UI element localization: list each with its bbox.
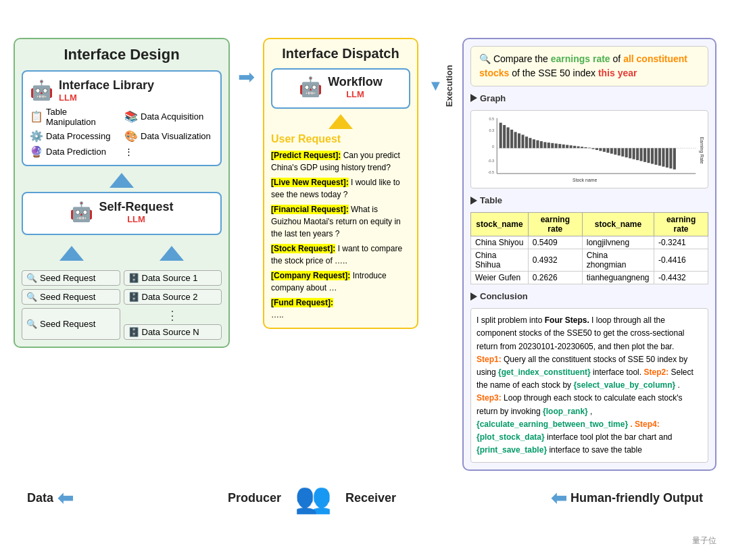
data-source-1: 🗄️ Data Source 1	[124, 270, 222, 286]
self-request-title: Self-Request	[99, 200, 173, 214]
conc-step2-code: {select_value_by_column}	[573, 380, 675, 390]
arrow-left	[59, 246, 84, 261]
cell-2-4: -0.4416	[654, 249, 708, 272]
x-axis-label: Stock name	[573, 178, 597, 182]
left-arrow-icon: ⬅	[57, 487, 73, 509]
conc-step4-code: {plot_stock_data}	[477, 432, 545, 442]
table-row-2: China Shihua 0.4932 China zhongmian -0.4…	[471, 249, 708, 272]
svg-rect-46	[658, 148, 661, 166]
cell-1-1: China Shiyou	[471, 236, 529, 249]
left-to-middle-arrow: ➡	[238, 65, 255, 88]
svg-rect-34	[614, 148, 616, 155]
svg-rect-36	[621, 148, 624, 156]
table-row-1: China Shiyou 0.5409 longjilvneng -0.3241	[471, 236, 708, 249]
execution-connector: Execution ▼	[427, 65, 454, 107]
data-source-2: 🗄️ Data Source 2	[124, 289, 222, 305]
query-prefix: Compare the	[493, 53, 551, 64]
db-icon-2: 🗄️	[128, 292, 139, 302]
producer-label: Producer	[228, 491, 281, 505]
table-row-3: Weier Gufen 0.2626 tianheguangneng -0.44…	[471, 272, 708, 284]
request-live: [Live New Request]: I would like to see …	[271, 176, 410, 201]
ellipsis-text: …..	[271, 309, 410, 321]
self-robot-icon: 🤖	[70, 201, 93, 223]
people-section: Producer 👥 Receiver	[228, 480, 396, 515]
svg-rect-45	[654, 148, 657, 165]
feature-more: ⋮	[124, 145, 214, 158]
svg-rect-37	[625, 148, 628, 157]
search-icon-query: 🔍	[479, 53, 493, 64]
svg-rect-35	[618, 148, 620, 155]
down-arrow: ▼	[427, 77, 444, 94]
financial-tag: [Financial Request]:	[271, 205, 349, 214]
cell-3-2: 0.2626	[528, 272, 582, 284]
request-company: [Company Request]: Introduce company abo…	[271, 270, 410, 294]
query-year: this year	[598, 68, 637, 78]
conc-step2-end: .	[678, 380, 680, 390]
svg-rect-4	[503, 125, 506, 148]
svg-rect-22	[570, 145, 573, 148]
right-panel: 🔍 Compare the earnings rate of all const…	[462, 38, 716, 472]
people-icon: 👥	[295, 480, 332, 515]
self-request-header: 🤖 Self-Request LLM	[30, 200, 214, 224]
conc-step3b-code: {calculate_earning_between_two_time}	[477, 419, 628, 429]
svg-rect-49	[669, 148, 672, 168]
feature-acquisition-label: Data Acquisition	[141, 111, 203, 122]
conc-step1-label: Step1:	[477, 355, 502, 364]
conc-step3-code: {loop_rank}	[543, 407, 588, 416]
execution-text: Execution	[444, 65, 454, 107]
feature-processing-label: Data Processing	[46, 131, 110, 141]
y-axis-label: Earning Rate	[699, 136, 704, 163]
execution-label: Execution ▼	[427, 65, 454, 107]
fund-tag: [Fund Request]:	[271, 298, 333, 307]
watermark: 量子位	[692, 535, 716, 546]
search-icon-3: 🔍	[26, 319, 37, 329]
svg-rect-48	[666, 148, 668, 168]
middle-panel: Interface Dispatch 🤖 Workflow LLM User R…	[263, 38, 418, 329]
svg-rect-7	[514, 132, 517, 148]
svg-text:-0.5: -0.5	[488, 170, 494, 174]
conc-step4b-code: {print_save_table}	[477, 445, 547, 455]
arrow-right	[160, 246, 184, 261]
conc-step4-mid: interface tool plot the bar chart and	[547, 432, 672, 442]
svg-text:0: 0	[492, 145, 494, 149]
arrow-up-library	[110, 173, 134, 188]
svg-rect-14	[540, 141, 543, 148]
feature-processing: ⚙️ Data Processing	[30, 130, 119, 143]
bottom-row: Data ⬅ Producer 👥 Receiver ⬅ Human-frien…	[14, 474, 716, 522]
cell-1-4: -0.3241	[654, 236, 708, 249]
svg-rect-9	[521, 134, 524, 148]
feature-table: 📋 Table Manipulation	[30, 107, 119, 127]
svg-rect-29	[595, 148, 598, 150]
chart-svg: Earning Rate Stock name bars data	[474, 113, 705, 183]
datasource-label-2: Data Source 2	[142, 292, 198, 302]
datasource-label-n: Data Source N	[142, 327, 199, 337]
svg-rect-28	[591, 148, 594, 149]
feature-table-label: Table Manipulation	[46, 107, 119, 127]
col-earning-rate-1: earning rate	[528, 213, 582, 236]
svg-rect-16	[548, 143, 550, 148]
robot-icon: 🤖	[30, 79, 53, 101]
svg-rect-21	[566, 145, 568, 148]
right-arrow-icon: ⬅	[551, 487, 566, 509]
svg-rect-31	[603, 148, 606, 151]
feature-visualization: 🎨 Data Visualization	[124, 130, 214, 143]
conc-step1-code: {get_index_constituent}	[498, 367, 591, 377]
table-header-row: stock_name earning rate stock_name earni…	[471, 213, 708, 236]
cell-2-2: 0.4932	[528, 249, 582, 272]
svg-rect-13	[536, 140, 539, 148]
more-dots: ⋮	[124, 147, 133, 157]
workflow-robot-icon: 🤖	[299, 76, 322, 98]
conc-four-steps: Four Steps.	[545, 315, 589, 325]
left-panel-title: Interface Design	[22, 46, 222, 63]
svg-rect-26	[584, 147, 587, 148]
svg-rect-20	[562, 144, 565, 147]
search-icon-2: 🔍	[26, 292, 37, 302]
request-predict: [Predict Request]: Can you predict China…	[271, 149, 410, 174]
seed-3: 🔍 Seed Request	[22, 308, 120, 340]
conc-step2-label: Step2:	[643, 367, 668, 377]
cell-3-3: tianheguangneng	[582, 272, 654, 284]
output-arrow-right: ⬅ Human-friendly Output	[551, 487, 703, 509]
cell-1-3: longjilvneng	[582, 236, 654, 249]
conclusion-triangle	[470, 292, 477, 301]
workflow-title: Workflow	[328, 75, 383, 89]
